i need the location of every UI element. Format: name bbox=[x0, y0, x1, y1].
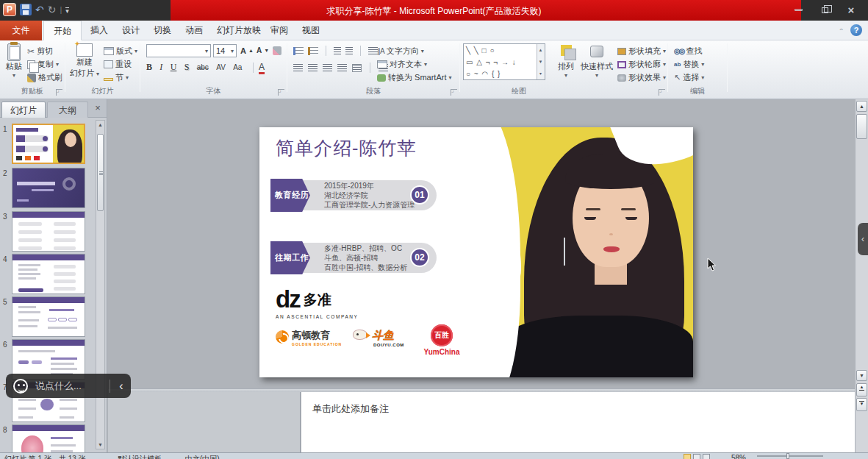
tab-view[interactable]: 视图 bbox=[293, 21, 329, 40]
quick-styles-button[interactable]: 快速样式 ▾ bbox=[579, 43, 614, 79]
notes-pane[interactable]: 单击此处添加备注 bbox=[301, 392, 855, 452]
paragraph-dialog-launcher[interactable] bbox=[451, 89, 457, 96]
bold-button[interactable]: B bbox=[146, 62, 152, 73]
qat-customize-icon[interactable]: ▾ bbox=[65, 7, 69, 14]
arrange-button[interactable]: 排列 ▾ bbox=[554, 43, 578, 79]
decrease-indent-icon[interactable] bbox=[334, 47, 341, 55]
slide-canvas[interactable]: 简单介绍-陈竹苹 教育经历 2015年-2019年 湖北经济学院 工商管理学院-… bbox=[259, 127, 693, 377]
next-slide-button[interactable]: ▼ bbox=[856, 398, 867, 411]
chat-collapse-icon[interactable]: ‹ bbox=[112, 380, 131, 393]
paste-button[interactable]: 粘贴 ▾ bbox=[3, 43, 25, 79]
save-icon[interactable] bbox=[20, 4, 32, 15]
slide-thumbnail-1[interactable]: 1 bbox=[0, 124, 107, 165]
distribute-icon[interactable] bbox=[352, 64, 362, 72]
italic-button[interactable]: I bbox=[159, 62, 162, 73]
shapes-row2[interactable]: ▭ △ ¬ ¬ → ↓ bbox=[466, 57, 536, 68]
copy-button[interactable]: 复制▾ bbox=[27, 58, 59, 71]
shapes-gallery[interactable]: ╲ ╲ □ ○ ▭ △ ¬ ¬ → ↓ ○ ~ ◠ { } ▲▼▾ bbox=[463, 43, 545, 80]
strikethrough-button[interactable]: abc bbox=[197, 63, 209, 71]
tab-slides-panel[interactable]: 幻灯片 bbox=[1, 102, 46, 118]
scroll-up-icon[interactable]: ▲ bbox=[96, 122, 104, 127]
shapes-row1[interactable]: ╲ ╲ □ ○ bbox=[466, 45, 536, 57]
panel-scrollbar[interactable]: ▲ ▼ bbox=[96, 120, 105, 449]
notes-placeholder[interactable]: 单击此处添加备注 bbox=[312, 402, 389, 416]
convert-smartart-button[interactable]: 转换为 SmartArt▾ bbox=[377, 71, 451, 84]
normal-view-button[interactable] bbox=[684, 454, 691, 459]
powerpoint-icon[interactable]: P bbox=[3, 3, 16, 16]
slide-thumbnail-2[interactable]: 2 bbox=[0, 168, 107, 209]
numbering-icon[interactable] bbox=[308, 47, 318, 55]
main-scrollbar-thumb[interactable] bbox=[856, 114, 867, 139]
scroll-down-icon[interactable]: ▼ bbox=[96, 442, 104, 447]
character-spacing-button[interactable]: AV bbox=[216, 63, 226, 71]
shrink-font-button[interactable]: A▼ bbox=[257, 44, 269, 57]
reset-button[interactable]: 重设 bbox=[104, 58, 132, 71]
text-shadow-button[interactable]: S bbox=[184, 62, 190, 73]
help-icon[interactable]: ? bbox=[850, 24, 862, 36]
grow-font-button[interactable]: A▲ bbox=[240, 44, 254, 57]
mouse-cursor bbox=[707, 257, 717, 274]
portrait-photo bbox=[478, 127, 693, 377]
font-size-combo[interactable]: 14▾ bbox=[213, 44, 237, 57]
slide-thumbnail-panel: 幻灯片 大纲 × 1 2 3 4 bbox=[0, 99, 107, 452]
replace-button[interactable]: ab替换▾ bbox=[674, 58, 704, 71]
panel-close-icon[interactable]: × bbox=[92, 102, 104, 114]
tab-outline-panel[interactable]: 大纲 bbox=[47, 102, 88, 118]
shapes-gallery-scrollbar[interactable]: ▲▼▾ bbox=[537, 44, 545, 79]
select-button[interactable]: ↖选择▾ bbox=[674, 71, 704, 84]
align-left-icon[interactable] bbox=[293, 64, 303, 72]
zoom-slider-knob[interactable] bbox=[786, 453, 789, 459]
shapes-row3[interactable]: ○ ~ ◠ { } bbox=[466, 68, 536, 80]
new-slide-button[interactable]: 新建 幻灯片 ▾ bbox=[68, 43, 101, 79]
zoom-slider[interactable] bbox=[757, 455, 823, 457]
ribbon: 粘贴 ▾ ✂剪切 复制▾ 格式刷 剪贴板 新建 幻灯片 ▾ 版式▾ 重设 节▾ … bbox=[0, 40, 868, 99]
increase-indent-icon[interactable] bbox=[345, 47, 353, 55]
close-button[interactable]: × bbox=[842, 4, 861, 15]
change-case-button[interactable]: Aa bbox=[233, 63, 242, 71]
clipboard-dialog-launcher[interactable] bbox=[56, 89, 62, 96]
align-right-icon[interactable] bbox=[323, 64, 332, 72]
slide-sorter-view-button[interactable] bbox=[693, 454, 700, 459]
redo-icon[interactable]: ↻ bbox=[48, 4, 57, 15]
zoom-level[interactable]: 58% bbox=[731, 454, 746, 459]
slide-thumbnail-3[interactable]: 3 bbox=[0, 211, 107, 252]
underline-button[interactable]: U bbox=[171, 62, 177, 73]
format-painter-button[interactable]: 格式刷 bbox=[27, 71, 62, 84]
undo-icon[interactable]: ↶ bbox=[35, 4, 44, 15]
scroll-down-button[interactable]: ▼ bbox=[856, 370, 867, 381]
tab-file[interactable]: 文件 bbox=[0, 21, 42, 40]
education-number-badge: 01 bbox=[410, 185, 429, 204]
slideshow-view-button[interactable] bbox=[703, 454, 710, 459]
bullets-icon[interactable] bbox=[293, 47, 304, 55]
font-color-button[interactable]: A bbox=[259, 62, 265, 74]
tab-home[interactable]: 开始 bbox=[43, 21, 82, 40]
overlay-side-panel-toggle[interactable]: ‹ bbox=[858, 223, 868, 255]
font-name-combo[interactable]: ▾ bbox=[146, 44, 211, 57]
text-direction-button[interactable]: ∥A文字方向▾ bbox=[377, 45, 424, 57]
previous-slide-button[interactable]: ▲ bbox=[856, 383, 867, 396]
slide-thumbnail-4[interactable]: 4 bbox=[0, 254, 107, 295]
shape-fill-button[interactable]: 形状填充▾ bbox=[617, 45, 666, 57]
chat-input-placeholder[interactable]: 说点什么... bbox=[35, 380, 108, 393]
align-text-button[interactable]: 对齐文本▾ bbox=[377, 58, 427, 71]
font-dialog-launcher[interactable] bbox=[278, 89, 284, 96]
justify-icon[interactable] bbox=[337, 64, 347, 72]
section-button[interactable]: 节▾ bbox=[104, 71, 129, 84]
panel-scrollbar-thumb[interactable] bbox=[97, 134, 104, 211]
slide-thumbnail-5[interactable]: 5 bbox=[0, 296, 107, 338]
clear-formatting-button[interactable] bbox=[273, 44, 281, 57]
emoji-smiley-icon[interactable] bbox=[13, 379, 28, 394]
stream-chat-input-overlay[interactable]: 说点什么... ‹ bbox=[6, 374, 131, 398]
align-center-icon[interactable] bbox=[308, 64, 318, 72]
drawing-dialog-launcher[interactable] bbox=[659, 89, 665, 96]
shape-effects-button[interactable]: 形状效果▾ bbox=[617, 71, 666, 84]
restore-button[interactable] bbox=[815, 4, 834, 15]
scroll-up-button[interactable]: ▲ bbox=[856, 101, 867, 112]
minimize-button[interactable] bbox=[789, 4, 808, 15]
shape-outline-button[interactable]: 形状轮廓▾ bbox=[617, 58, 666, 71]
slide-thumbnail-8[interactable]: 8 bbox=[0, 424, 107, 452]
find-button[interactable]: ◎◎查找 bbox=[674, 45, 702, 57]
cut-button[interactable]: ✂剪切 bbox=[27, 45, 53, 57]
layout-button[interactable]: 版式▾ bbox=[104, 45, 137, 57]
collapse-ribbon-icon[interactable]: ⌃ bbox=[839, 28, 844, 34]
